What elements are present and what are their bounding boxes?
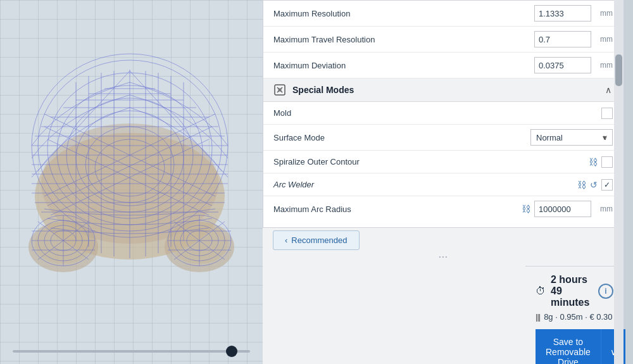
max-resolution-unit: mm xyxy=(595,9,613,18)
special-modes-header: Special Modes ∧ xyxy=(263,78,623,102)
spiralize-label: Spiralize Outer Contour xyxy=(273,157,589,166)
max-resolution-row: Maximum Resolution mm xyxy=(263,1,623,27)
material-text: 8g · 0.95m · € 0.30 xyxy=(544,312,612,322)
mold-row: Mold xyxy=(263,102,623,125)
max-resolution-controls: mm xyxy=(534,5,613,22)
max-resolution-label: Maximum Resolution xyxy=(273,9,534,18)
viewport-slider[interactable] xyxy=(13,350,250,353)
settings-panel: Maximum Resolution mm Maximum Travel Res… xyxy=(263,0,624,228)
special-modes-collapse-btn[interactable]: ∧ xyxy=(604,84,613,96)
mold-controls xyxy=(601,108,613,119)
3d-model xyxy=(13,19,247,310)
max-arc-radius-link-icon[interactable]: ⛓ xyxy=(522,204,530,214)
max-travel-input[interactable] xyxy=(534,31,591,47)
save-button-wrapper: Save to Removable Drive ∨ xyxy=(536,329,613,364)
recommended-arrow: ‹ xyxy=(285,235,287,245)
surface-mode-controls: Normal Surface Both ▼ xyxy=(530,129,613,146)
max-resolution-input[interactable] xyxy=(534,5,591,22)
max-travel-controls: mm xyxy=(534,31,613,47)
surface-mode-label: Surface Mode xyxy=(273,133,530,142)
slider-thumb[interactable] xyxy=(226,346,237,357)
max-arc-radius-row: Maximum Arc Radius ⛓ mm xyxy=(263,196,623,222)
viewport-3d[interactable] xyxy=(0,0,263,364)
bottom-panel: ⏱ 2 hours 49 minutes i ||| 8g · 0.95m · … xyxy=(525,266,624,364)
arc-welder-label: Arc Welder xyxy=(273,180,577,189)
max-arc-radius-input[interactable] xyxy=(534,201,591,217)
spiralize-link-icon[interactable]: ⛓ xyxy=(589,157,598,167)
special-modes-icon xyxy=(273,84,286,96)
edge-scrollbar[interactable] xyxy=(614,0,624,364)
time-row: ⏱ 2 hours 49 minutes i xyxy=(536,274,613,308)
max-deviation-label: Maximum Deviation xyxy=(273,61,534,70)
surface-mode-select[interactable]: Normal Surface Both xyxy=(530,129,613,146)
drag-handle[interactable]: • • • xyxy=(439,254,448,260)
save-to-drive-button[interactable]: Save to Removable Drive xyxy=(536,329,601,364)
time-text: 2 hours 49 minutes xyxy=(551,274,593,308)
right-panel: Maximum Resolution mm Maximum Travel Res… xyxy=(263,0,624,364)
max-arc-radius-label: Maximum Arc Radius xyxy=(273,204,522,214)
arc-welder-row: Arc Welder ⛓ ↺ xyxy=(263,173,623,196)
svg-rect-69 xyxy=(278,88,282,92)
material-icon: ||| xyxy=(536,312,540,322)
surface-mode-select-wrapper: Normal Surface Both ▼ xyxy=(530,129,613,146)
edge-scrollbar-thumb[interactable] xyxy=(615,54,622,86)
surface-mode-row: Surface Mode Normal Surface Both ▼ xyxy=(263,125,623,151)
max-travel-resolution-row: Maximum Travel Resolution mm xyxy=(263,27,623,53)
max-arc-radius-controls: ⛓ mm xyxy=(522,201,613,217)
spiralize-checkbox[interactable] xyxy=(601,156,613,168)
max-travel-label: Maximum Travel Resolution xyxy=(273,35,534,44)
material-row: ||| 8g · 0.95m · € 0.30 xyxy=(536,312,613,322)
mold-label: Mold xyxy=(273,108,601,118)
time-icon: ⏱ xyxy=(536,286,546,297)
arc-welder-controls: ⛓ ↺ xyxy=(577,179,613,191)
spiralize-row: Spiralize Outer Contour ⛓ xyxy=(263,151,623,173)
arc-welder-link-icon[interactable]: ⛓ xyxy=(577,180,586,190)
max-deviation-controls: mm xyxy=(534,57,613,73)
arc-welder-checkbox[interactable] xyxy=(601,179,613,191)
recommended-label: Recommended xyxy=(291,235,347,245)
arc-welder-undo-icon[interactable]: ↺ xyxy=(590,180,598,190)
max-travel-unit: mm xyxy=(595,35,613,44)
spiralize-controls: ⛓ xyxy=(589,156,613,168)
max-arc-radius-unit: mm xyxy=(595,204,613,213)
recommended-button[interactable]: ‹ Recommended xyxy=(273,230,360,250)
special-modes-title: Special Modes xyxy=(292,85,598,95)
info-button[interactable]: i xyxy=(598,284,613,299)
max-deviation-input[interactable] xyxy=(534,57,591,73)
max-deviation-unit: mm xyxy=(595,61,613,70)
max-deviation-row: Maximum Deviation mm xyxy=(263,53,623,78)
mold-checkbox[interactable] xyxy=(601,108,613,119)
